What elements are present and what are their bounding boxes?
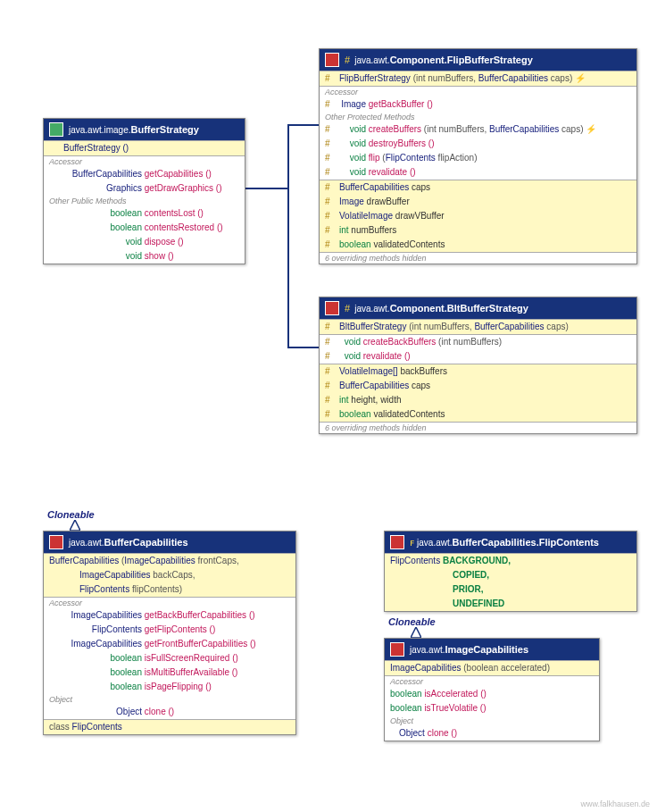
class-flip-buffer-strategy: # java.awt.Component.FlipBufferStrategy …	[319, 48, 637, 264]
class-buffer-strategy: java.awt.image.BufferStrategy BufferStra…	[43, 118, 245, 264]
connector	[287, 347, 319, 348]
connector	[287, 124, 319, 126]
class-icon	[325, 301, 339, 315]
interface-cloneable: Cloneable	[388, 616, 436, 627]
footer-link[interactable]: www.falkhausen.de	[580, 799, 650, 808]
class-image-capabilities: java.awt.ImageCapabilities ImageCapabili…	[384, 638, 600, 741]
class-icon	[390, 642, 404, 657]
class-icon	[325, 53, 339, 67]
class-blt-buffer-strategy: # java.awt.Component.BltBufferStrategy #…	[319, 297, 637, 434]
title: java.awt.image.BufferStrategy	[44, 119, 245, 140]
class-buffer-capabilities: java.awt.BufferCapabilities BufferCapabi…	[43, 531, 296, 735]
class-flip-contents: ꜰ java.awt.BufferCapabilities.FlipConten…	[384, 531, 637, 612]
title: # java.awt.Component.FlipBufferStrategy	[320, 49, 636, 71]
connector	[287, 124, 289, 347]
class-icon	[49, 535, 63, 549]
interface-cloneable: Cloneable	[47, 509, 95, 520]
class-icon	[49, 122, 63, 137]
class-icon	[390, 535, 404, 549]
connector	[244, 188, 288, 189]
